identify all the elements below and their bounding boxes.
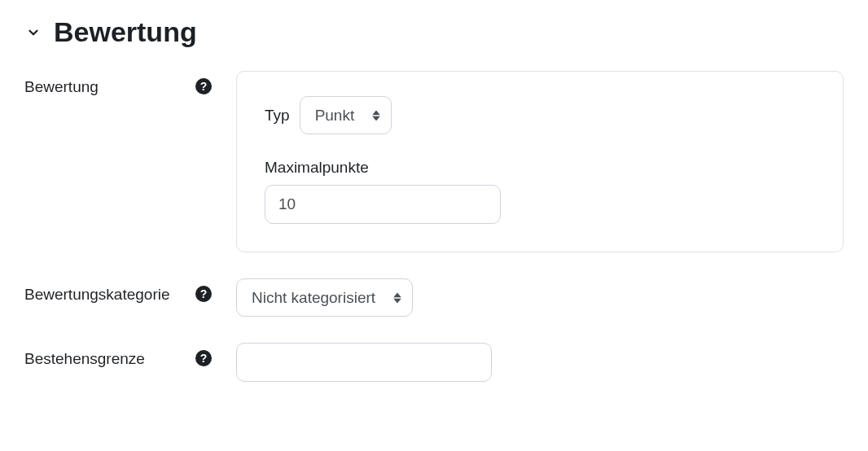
category-label: Bewertungskategorie [24,283,170,307]
category-select[interactable]: Nicht kategorisiert [236,278,413,317]
help-icon[interactable]: ? [195,286,212,302]
grade-label: Bewertung [24,76,99,99]
grade-type-select[interactable]: Punkt [300,96,392,134]
gradepass-label: Bestehensgrenze [24,348,145,371]
help-icon[interactable]: ? [195,78,212,94]
gradepass-input[interactable] [236,343,492,382]
maxpoints-input[interactable] [265,185,501,224]
maxpoints-label: Maximalpunkte [265,159,815,177]
grade-box: Typ Punkt Maximalpunkte [236,71,844,252]
grade-type-label: Typ [265,107,290,125]
help-icon[interactable]: ? [195,350,212,366]
section-toggle[interactable] [24,24,42,42]
section-title: Bewertung [54,16,197,48]
